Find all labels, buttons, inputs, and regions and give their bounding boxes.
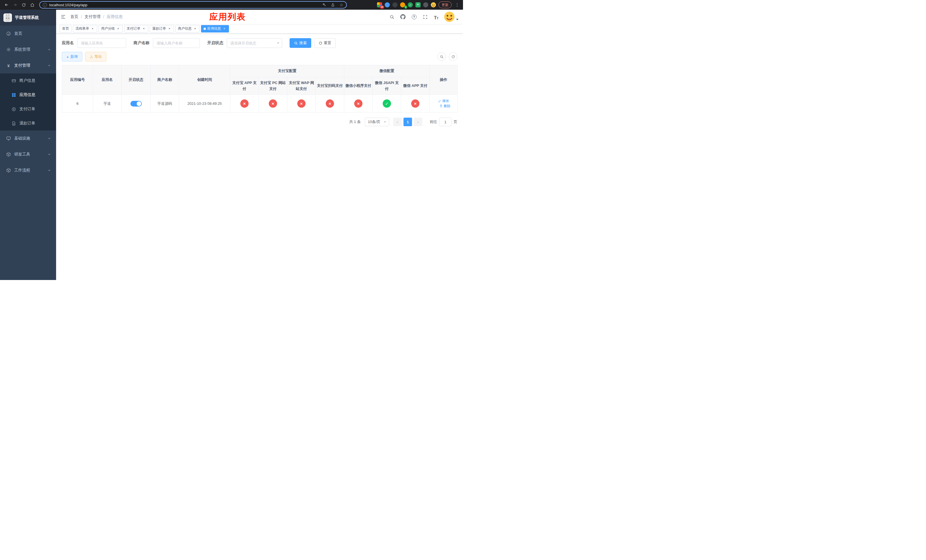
goto-page-input[interactable] [439, 118, 452, 126]
github-icon[interactable] [399, 14, 406, 20]
browser-forward-icon[interactable] [11, 1, 19, 9]
delete-button[interactable]: 删除 [439, 104, 451, 109]
col-header-app-name: 应用名 [93, 65, 122, 95]
merchant-name-label: 商户名称 [133, 41, 150, 45]
breadcrumb-payment[interactable]: 支付管理 [85, 14, 100, 20]
main-area: 首页 / 支付管理 / 应用信息 应用列表 ? TT [56, 10, 463, 280]
close-icon[interactable]: × [142, 27, 146, 31]
pagination: 共 1 条 10条/页 ‹ 1 › 前往 页 [62, 118, 457, 126]
sidebar-subitem-label: 退款订单 [20, 121, 35, 126]
tab-pay-order[interactable]: 支付订单 × [124, 25, 148, 32]
sidebar-item-label: 支付管理 [14, 63, 30, 68]
browser-back-icon[interactable] [3, 1, 10, 9]
tab-label: 用户分组 [101, 26, 115, 31]
browser-profile-avatar[interactable] [431, 2, 436, 8]
breadcrumb: 首页 / 支付管理 / 应用信息 [70, 14, 123, 20]
breadcrumb-separator: / [81, 15, 82, 19]
extension-icon-pin[interactable] [423, 2, 428, 8]
col-header-wx-app: 微信 APP 支付 [401, 77, 430, 95]
tab-home[interactable]: 首页 [59, 25, 71, 32]
sidebar-item-label: 首页 [14, 31, 22, 36]
refresh-button[interactable] [449, 52, 457, 61]
toggle-search-button[interactable] [437, 52, 446, 61]
url-text[interactable]: localhost:1024/pay/app [49, 3, 319, 7]
sidebar-subitem-pay-order[interactable]: 支付订单 [0, 102, 56, 116]
tab-user-group[interactable]: 用户分组 × [98, 25, 123, 32]
fullscreen-icon[interactable] [422, 14, 428, 20]
tab-app-info[interactable]: 应用信息 × [201, 25, 229, 32]
user-avatar[interactable] [444, 11, 458, 22]
sidebar-item-devtools[interactable]: 研发工具 [0, 147, 56, 162]
address-bar[interactable]: i localhost:1024/pay/app ☆ [39, 1, 347, 9]
browser-menu-icon[interactable]: ⋮ [454, 2, 460, 8]
refund-order-icon [11, 121, 16, 126]
close-icon[interactable]: × [91, 27, 95, 31]
col-header-alipay-qr: 支付宝扫码支付 [316, 77, 344, 95]
app-name-input[interactable] [77, 38, 126, 48]
status-switch[interactable] [130, 101, 142, 106]
search-icon[interactable] [388, 14, 395, 20]
sidebar-subitem-app-info[interactable]: 应用信息 [0, 88, 56, 102]
chevron-down-icon [48, 137, 51, 140]
tab-merchant-info[interactable]: 商户信息 × [176, 25, 200, 32]
help-icon[interactable]: ? [411, 14, 418, 20]
sidebar-item-system[interactable]: 系统管理 [0, 42, 56, 58]
extension-icon-blue[interactable] [385, 2, 390, 8]
sidebar-subitem-refund-order[interactable]: 退款订单 [0, 116, 56, 130]
cell-merchant: 芋道源码 [151, 95, 179, 112]
close-icon[interactable]: × [222, 27, 226, 31]
sidebar-item-workflow[interactable]: 工作流程 [0, 162, 56, 178]
app-logo-row[interactable]: 芋道管理系统 [0, 10, 56, 26]
breadcrumb-home[interactable]: 首页 [70, 14, 78, 20]
sidebar-item-payment[interactable]: ¥ 支付管理 [0, 58, 56, 74]
tab-process-form[interactable]: 流程表单 × [73, 25, 97, 32]
share-icon[interactable] [330, 2, 336, 8]
export-button-label: 导出 [95, 54, 102, 59]
goto-unit-label: 页 [454, 120, 457, 124]
tab-refund-order[interactable]: 退款订单 × [150, 25, 174, 32]
sidebar-item-infrastructure[interactable]: 基础设施 [0, 130, 56, 147]
bookmark-star-icon[interactable]: ☆ [338, 2, 345, 8]
status-select[interactable] [227, 38, 282, 48]
reset-button-label: 重置 [324, 41, 331, 45]
cell-create-time: 2021-10-23 08:49:25 [179, 95, 230, 112]
reset-button[interactable]: 重置 [314, 38, 336, 48]
edit-button[interactable]: 修改 [438, 98, 449, 103]
toolbox-icon [6, 152, 11, 157]
hamburger-icon[interactable] [61, 14, 66, 20]
config-status-alipay-wap: × [297, 100, 306, 107]
tab-label: 退款订单 [152, 26, 166, 31]
prev-page-button[interactable]: ‹ [393, 118, 402, 126]
extension-icon-orange[interactable]: 1 [400, 2, 405, 8]
tags-bar: 首页 流程表单 × 用户分组 × 支付订单 × 退款订单 × 商户信息 × [56, 24, 463, 33]
site-info-icon[interactable]: i [43, 3, 47, 7]
browser-home-icon[interactable] [29, 1, 36, 9]
merchant-name-input[interactable] [153, 38, 200, 48]
browser-reload-icon[interactable] [20, 1, 27, 9]
extension-icon-book[interactable] [415, 2, 421, 8]
close-icon[interactable]: × [168, 27, 171, 31]
add-button[interactable]: + 新增 [62, 52, 82, 62]
config-status-wx-app: × [411, 100, 419, 107]
close-icon[interactable]: × [116, 27, 120, 31]
page-number-1[interactable]: 1 [404, 118, 412, 126]
col-header-status: 开启状态 [122, 65, 151, 95]
sidebar-subitem-merchant-info[interactable]: 商户信息 [0, 74, 56, 88]
extension-icon-dark[interactable] [392, 2, 398, 8]
password-key-icon[interactable] [321, 2, 327, 8]
browser-update-button[interactable]: 更新 [439, 2, 452, 8]
extension-icon-grid[interactable]: 10 [377, 2, 382, 8]
page-size-select[interactable]: 10条/页 [365, 118, 389, 126]
search-button[interactable]: 搜索 [290, 38, 311, 48]
extension-icon-green-check[interactable]: ✓ [408, 2, 413, 8]
sidebar-item-home[interactable]: 首页 [0, 26, 56, 42]
export-button[interactable]: 导出 [85, 52, 106, 62]
search-button-label: 搜索 [299, 41, 307, 45]
content: 应用名 商户名称 开启状态 搜索 [56, 33, 463, 280]
table-row: 6 芋道 芋道源码 2021-10-23 08:49:25 × × × × × … [62, 95, 458, 112]
status-select-input[interactable] [227, 38, 282, 48]
close-icon[interactable]: × [193, 27, 197, 31]
font-size-icon[interactable]: TT [433, 14, 440, 20]
tab-label: 首页 [62, 26, 69, 31]
next-page-button[interactable]: › [414, 118, 422, 126]
